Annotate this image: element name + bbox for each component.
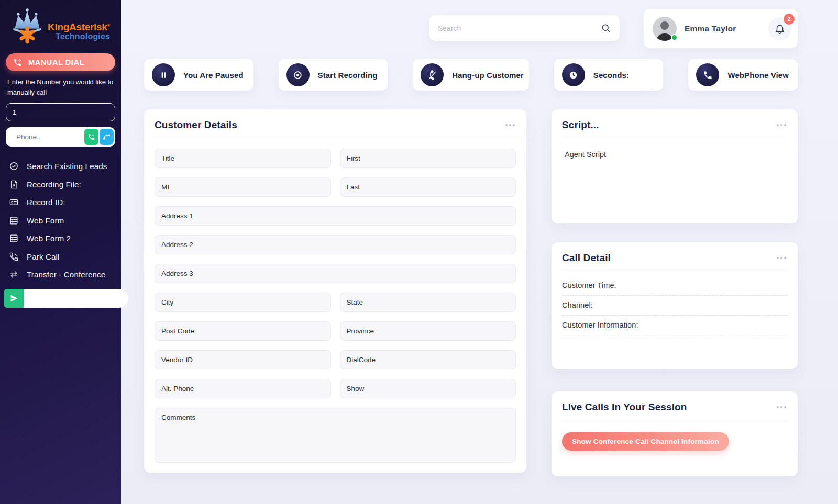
phone-volume-icon <box>13 58 22 67</box>
id-card-icon <box>9 197 19 207</box>
phone-number-input[interactable] <box>7 133 83 141</box>
action-cards-row: You Are Paused Start Recording Hang-up C… <box>144 59 798 91</box>
notifications-button[interactable]: 2 <box>768 17 791 40</box>
call-detail-row-customer-time: Customer Time: <box>562 276 787 296</box>
divider <box>562 420 787 420</box>
start-recording-card[interactable]: Start Recording <box>279 59 388 91</box>
manual-dial-label: MANUAL DIAL <box>28 58 84 66</box>
content-grid: Customer Details <box>144 109 798 476</box>
manual-dial-helper-text: Enter the Number you would like to manua… <box>7 77 114 98</box>
web-form-icon <box>9 233 19 243</box>
field-dialcode[interactable] <box>340 350 516 369</box>
field-title[interactable] <box>155 149 331 168</box>
card-menu-dots[interactable] <box>776 122 787 128</box>
nav-label: Transfer - Conference <box>27 270 105 279</box>
nav-label: Record ID: <box>27 198 65 207</box>
action-label: You Are Paused <box>183 71 244 80</box>
field-show[interactable] <box>340 379 516 398</box>
customer-details-title: Customer Details <box>155 119 237 131</box>
field-postcode[interactable] <box>155 321 331 341</box>
call-detail-title: Call Detail <box>562 252 611 264</box>
customer-details-form <box>155 149 516 463</box>
card-menu-dots[interactable] <box>504 122 516 128</box>
search-input[interactable] <box>438 24 601 32</box>
divider <box>562 271 787 271</box>
notification-badge: 2 <box>784 14 795 25</box>
sidebar-item-recording-file[interactable]: Recording File: <box>6 175 115 194</box>
right-column: Script... Agent Script Call Detail Custo… <box>552 109 798 476</box>
customer-details-card: Customer Details <box>144 109 526 473</box>
pause-status-card[interactable]: You Are Paused <box>144 59 253 91</box>
show-conference-info-button[interactable]: Show Conference Call Channel Informaion <box>562 432 729 451</box>
manual-number-input[interactable] <box>6 103 115 121</box>
sidebar-item-web-form[interactable]: Web Form <box>6 211 115 230</box>
script-title: Script... <box>562 119 599 131</box>
call-detail-row-customer-information: Customer Information: <box>562 316 787 335</box>
field-city[interactable] <box>155 293 331 312</box>
field-province[interactable] <box>340 321 516 341</box>
user-name: Emma Taylor <box>685 24 736 33</box>
send-button[interactable] <box>4 289 24 308</box>
sidebar-item-transfer-conference[interactable]: Transfer - Conference <box>6 265 115 284</box>
field-address1[interactable] <box>155 206 516 226</box>
profile-card[interactable]: Emma Taylor 2 <box>644 9 798 48</box>
sidebar-item-park-call[interactable]: Park Call <box>6 248 115 266</box>
sidebar-nav: Search Existing Leads Recording File: Re… <box>6 157 115 284</box>
brand-registered-mark: ® <box>107 23 111 28</box>
field-address2[interactable] <box>155 235 516 254</box>
nav-label: Web Form 2 <box>27 234 71 243</box>
nav-label: Recording File: <box>27 180 81 189</box>
bell-icon <box>774 23 786 35</box>
action-label: Seconds: <box>593 71 629 80</box>
phone-volume-icon <box>87 133 95 141</box>
search-icon[interactable] <box>601 23 611 33</box>
topbar: Emma Taylor 2 <box>144 0 798 48</box>
phone-dial-group <box>6 127 115 147</box>
brand-logo: KingAsterisk® Technologies <box>6 6 115 49</box>
live-calls-card: Live Calls In Your Session Show Conferen… <box>552 391 798 476</box>
sidebar: KingAsterisk® Technologies MANUAL DIAL E… <box>0 0 121 504</box>
script-card: Script... Agent Script <box>552 109 798 223</box>
phone-icon <box>696 63 719 86</box>
brand-line1: KingAsterisk <box>48 21 107 32</box>
card-menu-dots[interactable] <box>776 404 787 410</box>
agent-script-text: Agent Script <box>565 150 787 159</box>
dial-call-button[interactable] <box>84 129 98 145</box>
transfer-icon <box>9 270 19 279</box>
send-text-input[interactable] <box>24 289 128 308</box>
hangup-icon <box>421 63 444 86</box>
field-state[interactable] <box>340 293 516 312</box>
card-menu-dots[interactable] <box>776 255 787 261</box>
hangup-call-button[interactable] <box>100 129 114 145</box>
call-detail-card: Call Detail Customer Time: Channel: Cust… <box>552 242 798 369</box>
webphone-view-card[interactable]: WebPhone View <box>688 59 798 91</box>
sidebar-item-search-existing-leads[interactable]: Search Existing Leads <box>6 157 115 175</box>
nav-label: Web Form <box>27 216 64 225</box>
hangup-customer-card[interactable]: Hang-up Customer <box>413 59 529 91</box>
brand-line2: Technologies <box>48 32 110 41</box>
crown-asterisk-logo-icon <box>8 7 47 46</box>
field-mi[interactable] <box>155 177 331 197</box>
main-content: Emma Taylor 2 You Are Paused <box>121 0 838 504</box>
field-alt-phone[interactable] <box>155 379 331 398</box>
nav-label: Park Call <box>27 252 60 261</box>
nav-label: Search Existing Leads <box>27 162 107 171</box>
online-status-dot <box>671 34 678 41</box>
field-comments[interactable] <box>155 408 516 463</box>
action-label: Start Recording <box>318 71 378 80</box>
field-first[interactable] <box>340 149 516 168</box>
search-bar <box>429 15 620 41</box>
field-last[interactable] <box>340 177 516 197</box>
sidebar-item-record-id[interactable]: Record ID: <box>6 193 115 211</box>
divider <box>562 138 787 138</box>
seconds-card[interactable]: Seconds: <box>554 59 664 91</box>
field-address3[interactable] <box>155 264 516 283</box>
brand-text: KingAsterisk® Technologies <box>48 22 110 46</box>
manual-dial-button[interactable]: MANUAL DIAL <box>6 53 115 71</box>
send-input-group <box>4 289 115 308</box>
sidebar-item-web-form-2[interactable]: Web Form 2 <box>6 229 115 248</box>
divider <box>155 138 516 138</box>
field-vendor-id[interactable] <box>155 350 331 369</box>
live-calls-title: Live Calls In Your Session <box>562 401 687 413</box>
web-form-icon <box>9 216 19 226</box>
